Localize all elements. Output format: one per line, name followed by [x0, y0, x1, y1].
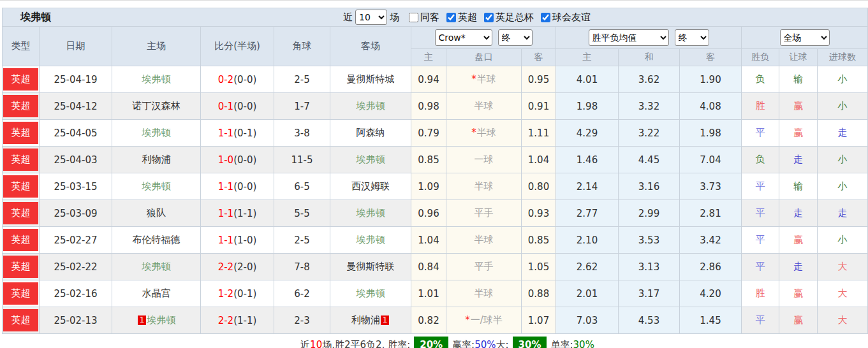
handicap-name: 半球	[477, 73, 496, 85]
goals-result-cell: 小	[818, 173, 868, 200]
match-rows: 英超25-04-19埃弗顿0-2(0-0)2-5曼彻斯特城0.94*半球0.95…	[3, 66, 868, 334]
let-ball-result-cell: 走	[779, 254, 818, 280]
date-cell: 25-02-16	[40, 280, 112, 307]
avg-draw-odds-cell: 3.13	[619, 254, 680, 280]
table-row: 英超25-04-12诺丁汉森林0-1(0-0)1-7埃弗顿0.98半球0.911…	[3, 93, 868, 120]
goals-result-cell: 小	[818, 227, 868, 254]
table-row: 英超25-03-09狼队1-1(1-1)5-5埃弗顿0.96平手0.932.77…	[3, 200, 868, 227]
half-time-score: (0-1)	[233, 288, 256, 300]
avg-time-select[interactable]: 终	[675, 29, 709, 46]
odds-company-select[interactable]: Crow*	[435, 29, 492, 46]
league-badge: 英超	[3, 309, 38, 331]
asian-away-odds-cell: 0.95	[522, 66, 556, 93]
team-name: 埃弗顿	[357, 287, 385, 299]
asian-home-odds-cell: 1.09	[411, 173, 446, 200]
team-name: 埃弗顿	[357, 207, 385, 219]
sub-col-avg-home: 主	[556, 49, 619, 66]
full-time-score: 1-0	[218, 154, 234, 166]
title-bar: 埃弗顿 近 10 场 同客英超英足总杯球会友谊	[3, 8, 868, 27]
asian-away-odds-cell: 0.91	[522, 93, 556, 120]
corners-cell: 3-8	[274, 120, 330, 147]
filter-label: 英超	[458, 11, 477, 24]
away-team-cell: 埃弗顿	[330, 147, 411, 173]
handicap-name: 半球	[477, 127, 496, 138]
summary-big-goals-label: 大:	[496, 339, 509, 348]
avg-away-odds-cell: 2.81	[680, 200, 742, 227]
filter-checkbox[interactable]	[484, 13, 494, 22]
away-team-cell: 埃弗顿	[330, 280, 411, 307]
col-header-corners: 角球	[274, 27, 330, 66]
date-cell: 25-04-03	[40, 147, 112, 173]
summary-single-rate-label: 单率:	[550, 339, 573, 348]
let-ball-result-cell: 赢	[779, 307, 818, 334]
league-badge: 英超	[3, 175, 38, 198]
filter-checkbox-label: 英足总杯	[477, 11, 534, 24]
league-badge: 英超	[3, 282, 38, 305]
league-cell: 英超	[3, 120, 40, 147]
league-cell: 英超	[3, 307, 40, 334]
col-header-type: 类型	[3, 27, 40, 66]
avg-draw-odds-cell: 3.62	[619, 66, 680, 93]
handicap-cell: *一/球半	[446, 307, 522, 334]
avg-away-odds-cell: 1.98	[680, 120, 742, 147]
avg-odds-select[interactable]: 胜平负均值	[589, 29, 669, 46]
red-card-badge: 1	[381, 315, 390, 325]
summary-big-goals-badge: 30%	[513, 337, 547, 348]
away-team-cell: 埃弗顿	[330, 227, 411, 254]
handicap-name: 半球	[474, 234, 494, 245]
sub-col-handicap: 盘口	[446, 49, 522, 66]
team-name: 埃弗顿	[142, 127, 171, 138]
col-header-away: 客场	[330, 27, 411, 66]
filter-checkbox[interactable]	[541, 13, 550, 22]
filter-checkbox[interactable]	[446, 13, 456, 22]
team-name: 曼彻斯特城	[347, 73, 395, 85]
sub-col-asian-away: 客	[522, 49, 556, 66]
asian-home-odds-cell: 0.79	[411, 120, 446, 147]
half-time-score: (0-0)	[233, 101, 256, 112]
filter-checkbox[interactable]	[409, 13, 418, 22]
col-header-home: 主场	[112, 27, 201, 66]
result-scope-select[interactable]: 全场	[780, 29, 830, 46]
red-card-badge: 1	[138, 315, 147, 325]
date-cell: 25-02-27	[40, 227, 112, 254]
asian-away-odds-cell: 1.05	[522, 254, 556, 280]
summary-bar: 近10场,胜2平6负2, 胜率:20%赢率:50% 大:30%单率:30%	[15, 334, 868, 348]
avg-home-odds-cell: 2.14	[556, 173, 619, 200]
summary-record-text: 场,胜2平6负2, 胜率:	[322, 339, 410, 348]
asian-away-odds-cell: 1.07	[522, 307, 556, 334]
asian-home-odds-cell: 1.04	[411, 227, 446, 254]
team-name: 水晶宫	[142, 287, 171, 299]
near-count-select[interactable]: 10	[355, 10, 387, 25]
score-cell: 1-1(0-0)	[201, 173, 274, 200]
summary-single-rate-value: 30%	[573, 339, 594, 348]
handicap-cell: 半球	[446, 227, 522, 254]
handicap-name: 一球	[474, 154, 494, 165]
filter-checkbox-label: 英超	[439, 11, 477, 24]
outcome-cell: 胜	[742, 93, 779, 120]
asian-away-odds-cell: 0.85	[522, 227, 556, 254]
table-row: 英超25-04-19埃弗顿0-2(0-0)2-5曼彻斯特城0.94*半球0.95…	[3, 66, 868, 93]
summary-handicap-rate-value: 50%	[474, 339, 496, 348]
handicap-star: *	[471, 73, 476, 85]
handicap-star: *	[471, 127, 476, 138]
league-cell: 英超	[3, 93, 40, 120]
date-cell: 25-02-22	[40, 254, 112, 280]
team-name: 埃弗顿	[357, 154, 385, 165]
handicap-name: 半球	[474, 287, 494, 299]
corners-cell: 2-5	[274, 227, 330, 254]
date-cell: 25-03-09	[40, 200, 112, 227]
corners-cell: 5-5	[274, 200, 330, 227]
asian-home-odds-cell: 0.96	[411, 200, 446, 227]
away-team-cell: 埃弗顿	[330, 200, 411, 227]
asian-home-odds-cell: 1.01	[411, 280, 446, 307]
odds-time-select[interactable]: 终	[498, 29, 533, 46]
away-team-cell: 阿森纳	[330, 120, 411, 147]
let-ball-result-cell: 赢	[779, 280, 818, 307]
avg-draw-odds-cell: 3.53	[619, 227, 680, 254]
avg-draw-odds-cell: 2.99	[619, 200, 680, 227]
date-cell: 25-02-13	[40, 307, 112, 334]
goals-result-cell: 大	[818, 307, 868, 334]
half-time-score: (0-0)	[233, 154, 256, 166]
half-time-score: (0-1)	[233, 127, 256, 139]
goals-result-cell: 小	[818, 147, 868, 173]
